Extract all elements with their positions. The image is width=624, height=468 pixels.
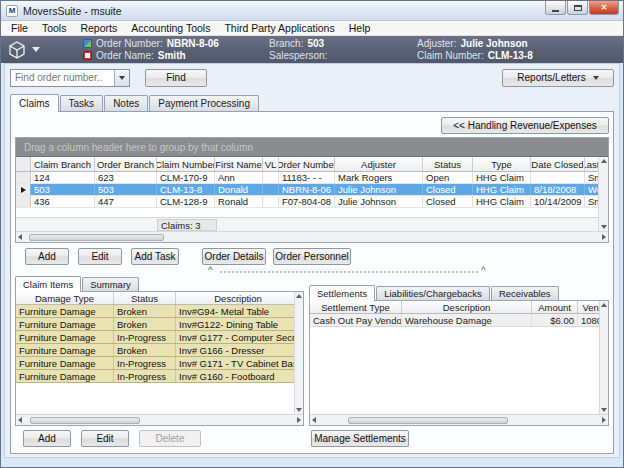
table-row[interactable]: Furniture DamageBrokenInv#G94- Metal Tab… — [16, 305, 303, 318]
table-row[interactable]: 436447CLM-128-9RonaldF07-804-08Julie Joh… — [16, 196, 608, 208]
claims-grid: Drag a column header here to group by th… — [15, 137, 609, 243]
claim-items-horizontal-scrollbar[interactable] — [16, 414, 303, 425]
find-button[interactable]: Find — [145, 69, 207, 87]
column-header[interactable]: Type — [473, 157, 531, 171]
tab-receivables[interactable]: Receivables — [491, 286, 559, 300]
settlements-vertical-scrollbar[interactable] — [599, 301, 608, 414]
menu-accounting-tools[interactable]: Accounting Tools — [124, 22, 217, 34]
table-row[interactable]: 124623CLM-170-9Ann11183- - -Mark RogersO… — [16, 172, 608, 184]
table-row[interactable]: Furniture DamageIn-ProgressInv# G171 - T… — [16, 357, 303, 370]
table-row[interactable]: Furniture DamageIn-ProgressInv# G160 - F… — [16, 370, 303, 383]
claims-horizontal-scrollbar[interactable] — [16, 231, 608, 242]
handling-revenue-expenses-button[interactable]: << Handling Revenue/Expenses — [441, 117, 609, 134]
scroll-down-icon[interactable] — [601, 408, 607, 412]
scroll-down-icon[interactable] — [601, 225, 607, 229]
menu-tools[interactable]: Tools — [35, 22, 74, 34]
order-personnel-button[interactable]: Order Personnel — [273, 248, 351, 265]
order-details-button[interactable]: Order Details — [202, 248, 266, 265]
menu-reports[interactable]: Reports — [73, 22, 124, 34]
add-claim-button[interactable]: Add — [25, 248, 69, 265]
tab-claims[interactable]: Claims — [10, 94, 59, 111]
column-header[interactable]: Date Closed — [531, 157, 585, 171]
claim-items-vertical-scrollbar[interactable] — [294, 292, 303, 414]
splitter-handle[interactable] — [220, 271, 478, 273]
scroll-up-icon[interactable] — [601, 303, 607, 307]
column-header[interactable]: First Name — [215, 157, 263, 171]
column-header[interactable]: Description — [402, 301, 532, 313]
table-row[interactable]: Furniture DamageIn-ProgressInv# G177 - C… — [16, 331, 303, 344]
title-bar[interactable]: M MoversSuite - msuite ✕ — [1, 1, 623, 21]
table-row[interactable]: Cash Out Pay VendorWarehouse Damage$6.00… — [310, 314, 608, 327]
scroll-left-icon[interactable] — [312, 417, 316, 423]
column-header[interactable]: Description — [176, 292, 301, 304]
scroll-left-icon[interactable] — [18, 234, 22, 240]
table-row[interactable]: Furniture DamageBrokenInv#G122- Dining T… — [16, 318, 303, 331]
menu-file[interactable]: File — [4, 22, 35, 34]
table-row[interactable]: Furniture DamageBrokenInv# G166 - Dresse… — [16, 344, 303, 357]
window-frame: Find Reports/Letters Claims Tasks Notes … — [1, 63, 623, 467]
scroll-down-icon[interactable] — [296, 408, 302, 412]
tab-summary[interactable]: Summary — [82, 277, 139, 291]
cell: F07-804-08 — [279, 196, 335, 207]
branch-label: Branch: — [269, 38, 303, 49]
column-header[interactable]: Status — [423, 157, 473, 171]
add-task-button[interactable]: Add Task — [131, 248, 179, 265]
manage-settlements-button[interactable]: Manage Settlements — [311, 430, 409, 447]
app-logo-button[interactable] — [7, 40, 83, 60]
column-header[interactable]: Claim Number — [157, 157, 215, 171]
reports-letters-button[interactable]: Reports/Letters — [502, 69, 614, 87]
cell — [531, 172, 585, 183]
maximize-button[interactable] — [567, 1, 588, 15]
scroll-right-icon[interactable] — [602, 234, 606, 240]
tab-tasks[interactable]: Tasks — [60, 95, 104, 111]
close-button[interactable]: ✕ — [589, 1, 619, 15]
claims-table: Claim BranchOrder BranchClaim NumberFirs… — [16, 157, 608, 208]
collapse-up-icon[interactable]: ^ — [481, 266, 486, 274]
scroll-right-icon[interactable] — [297, 417, 301, 423]
scroll-left-icon[interactable] — [18, 417, 22, 423]
column-header[interactable]: Amount — [532, 301, 578, 313]
column-header[interactable]: Settlement Type — [310, 301, 402, 313]
column-header[interactable]: Order Branch — [95, 157, 157, 171]
tab-liabilities-chargebacks[interactable]: Liabilities/Chargebacks — [376, 286, 490, 300]
order-number-label: Order Number: — [96, 38, 163, 49]
edit-claim-item-button[interactable]: Edit — [81, 430, 129, 447]
splitter-bar[interactable]: ^ ^ — [15, 267, 609, 276]
tab-payment-processing[interactable]: Payment Processing — [149, 95, 259, 111]
cell: Inv# G177 - Computer Secretary — [176, 331, 301, 343]
table-row[interactable]: 503503CLM-13-8DonaldNBRN-8-06Julie Johns… — [16, 184, 608, 196]
scrollbar-thumb[interactable] — [348, 417, 508, 424]
menu-third-party-applications[interactable]: Third Party Applications — [217, 22, 341, 34]
combo-dropdown-button[interactable] — [114, 70, 129, 86]
column-header[interactable]: Damage Type — [16, 292, 114, 304]
delete-claim-item-button[interactable]: Delete — [139, 430, 201, 447]
find-order-combo[interactable] — [10, 69, 130, 87]
cell: Furniture Damage — [16, 331, 114, 343]
column-header[interactable]: VL — [263, 157, 279, 171]
minimize-button[interactable] — [545, 1, 566, 15]
claims-vertical-scrollbar[interactable] — [598, 157, 608, 231]
scroll-right-icon[interactable] — [602, 417, 606, 423]
column-header[interactable]: Status — [114, 292, 176, 304]
scroll-up-icon[interactable] — [601, 159, 607, 163]
find-order-input[interactable] — [11, 70, 114, 86]
tab-claim-items[interactable]: Claim Items — [15, 276, 81, 291]
order-number-icon — [83, 39, 92, 48]
column-header[interactable]: Order Number — [279, 157, 335, 171]
column-header[interactable]: Adjuster — [335, 157, 423, 171]
menu-help[interactable]: Help — [342, 22, 378, 34]
scrollbar-thumb[interactable] — [29, 234, 164, 241]
edit-claim-button[interactable]: Edit — [78, 248, 122, 265]
scrollbar-thumb[interactable] — [30, 417, 140, 424]
cell: Furniture Damage — [16, 344, 114, 356]
settlements-horizontal-scrollbar[interactable] — [310, 414, 608, 425]
tab-settlements[interactable]: Settlements — [309, 285, 375, 300]
combo-dropdown-icon — [119, 76, 125, 80]
cell: Furniture Damage — [16, 370, 114, 382]
group-by-bar[interactable]: Drag a column header here to group by th… — [16, 138, 608, 157]
add-claim-item-button[interactable]: Add — [23, 430, 71, 447]
tab-notes[interactable]: Notes — [104, 95, 148, 111]
collapse-up-icon[interactable]: ^ — [208, 266, 213, 274]
column-header[interactable]: Claim Branch — [31, 157, 95, 171]
scroll-up-icon[interactable] — [296, 294, 302, 298]
